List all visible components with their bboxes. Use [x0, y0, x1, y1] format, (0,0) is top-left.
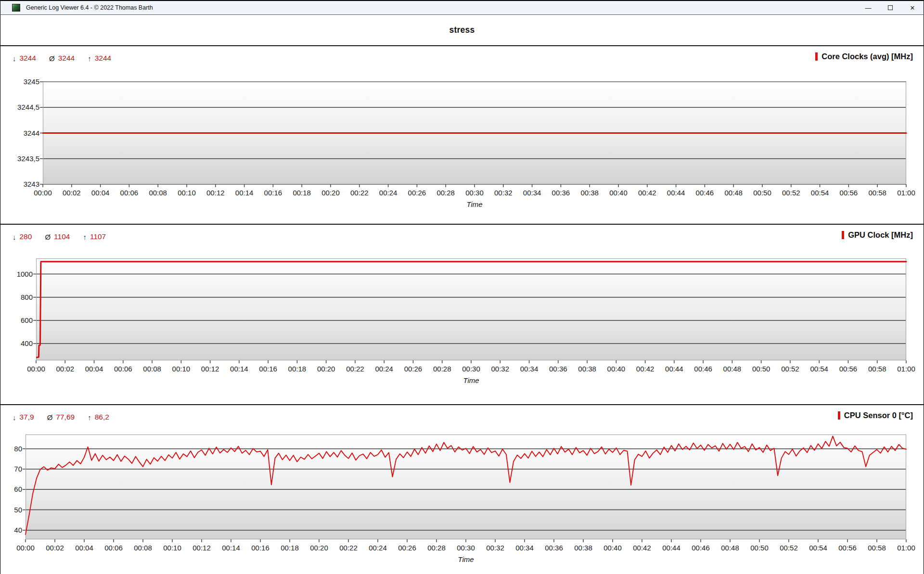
x-tick-label: 00:40 [609, 189, 628, 197]
x-tick-label: 00:54 [809, 544, 827, 552]
x-tick-label: 00:14 [222, 544, 240, 552]
maximize-icon [888, 5, 893, 10]
max-stat: ↑3244 [88, 54, 111, 63]
max-stat: ↑86,2 [88, 413, 109, 421]
x-tick-label: 00:52 [782, 189, 800, 197]
x-tick-label: 01:00 [897, 189, 915, 197]
y-tick-label: 40 [14, 526, 22, 534]
x-tick-label: 00:48 [724, 189, 743, 197]
y-tick-label: 400 [21, 339, 33, 347]
x-tick-label: 00:50 [752, 365, 770, 373]
x-tick-label: 00:24 [375, 365, 393, 373]
series-color-marker [842, 231, 844, 239]
arrow-down-icon: ↓ [13, 54, 16, 63]
y-axis-labels: 8070605040 [0, 434, 26, 539]
page-header: stress [0, 15, 924, 45]
x-tick-label: 00:08 [149, 189, 167, 197]
x-tick-label: 00:08 [143, 365, 161, 373]
x-tick-label: 00:38 [578, 365, 596, 373]
plot-area[interactable] [36, 258, 906, 360]
minimize-button[interactable]: — [857, 1, 879, 14]
x-tick-label: 00:12 [206, 189, 225, 197]
y-tick-label: 600 [21, 316, 33, 324]
avg-stat: Ø1104 [45, 232, 70, 241]
window-controls: — ✕ [857, 1, 924, 14]
x-axis-labels: 00:0000:0200:0400:0600:0800:1000:1200:14… [43, 189, 906, 198]
stats-row: ↓37,9 Ø77,69 ↑86,2 [13, 413, 109, 421]
average-icon: Ø [47, 413, 53, 421]
x-tick-label: 00:40 [603, 544, 622, 552]
stats-row: ↓3244 Ø3244 ↑3244 [13, 54, 111, 63]
series-color-marker [838, 411, 840, 420]
y-tick-label: 800 [21, 293, 33, 301]
x-tick-label: 00:38 [574, 544, 592, 552]
x-tick-label: 00:44 [662, 544, 680, 552]
y-tick-label: 3243 [24, 180, 39, 188]
x-tick-label: 00:56 [840, 189, 858, 197]
stats-row: ↓280 Ø1104 ↑1107 [13, 232, 106, 241]
x-tick-label: 00:48 [721, 544, 739, 552]
arrow-up-icon: ↑ [83, 233, 87, 241]
x-tick-label: 00:14 [230, 365, 248, 373]
x-tick-label: 00:10 [178, 189, 196, 197]
x-tick-label: 00:28 [427, 544, 446, 552]
maximize-button[interactable] [879, 1, 901, 14]
x-tick-label: 00:18 [288, 365, 307, 373]
y-axis-labels: 1000800600400 [0, 258, 36, 360]
x-tick-label: 00:18 [293, 189, 311, 197]
max-value: 1107 [90, 232, 106, 241]
x-tick-label: 00:30 [462, 365, 480, 373]
avg-value: 1104 [54, 232, 70, 241]
x-tick-label: 00:00 [16, 544, 35, 552]
x-tick-label: 00:02 [56, 365, 74, 373]
x-tick-label: 00:50 [750, 544, 769, 552]
arrow-up-icon: ↑ [88, 413, 91, 421]
min-stat: ↓3244 [13, 54, 36, 63]
plot-area[interactable] [43, 82, 906, 184]
x-tick-label: 01:00 [897, 544, 915, 552]
x-tick-label: 00:56 [838, 544, 857, 552]
x-tick-label: 00:48 [723, 365, 742, 373]
x-tick-label: 00:34 [520, 365, 539, 373]
x-tick-label: 00:06 [120, 189, 139, 197]
chart-panel-gpu-clock: ↓280 Ø1104 ↑1107 GPU Clock [MHz] 1000800… [0, 224, 924, 404]
x-tick-label: 00:20 [317, 365, 335, 373]
arrow-up-icon: ↑ [88, 54, 91, 63]
avg-value: 3244 [58, 54, 75, 63]
x-axis-title: Time [26, 555, 906, 563]
y-tick-label: 3243,5 [17, 154, 39, 163]
avg-stat: Ø3244 [49, 54, 75, 63]
x-tick-label: 00:10 [172, 365, 191, 373]
min-value: 3244 [20, 54, 36, 63]
x-tick-label: 00:56 [839, 365, 858, 373]
x-tick-label: 00:30 [457, 544, 475, 552]
x-tick-label: 00:20 [310, 544, 328, 552]
x-tick-label: 00:36 [549, 365, 567, 373]
legend: GPU Clock [MHz] [842, 230, 913, 240]
app-icon [12, 4, 20, 12]
avg-value: 77,69 [56, 413, 75, 421]
x-tick-label: 00:24 [379, 189, 398, 197]
x-tick-label: 00:06 [104, 544, 123, 552]
x-tick-label: 00:12 [192, 544, 211, 552]
x-tick-label: 00:46 [694, 365, 712, 373]
x-tick-label: 00:42 [636, 365, 654, 373]
y-tick-label: 1000 [17, 270, 33, 278]
legend-label: GPU Clock [MHz] [848, 230, 913, 240]
x-tick-label: 00:22 [339, 544, 358, 552]
x-tick-label: 00:00 [34, 189, 52, 197]
y-tick-label: 80 [14, 445, 22, 453]
x-axis-title: Time [36, 376, 906, 384]
x-tick-label: 00:06 [114, 365, 132, 373]
x-tick-label: 00:02 [63, 189, 81, 197]
x-tick-label: 00:50 [753, 189, 771, 197]
title-bar[interactable]: Generic Log Viewer 6.4 - © 2022 Thomas B… [0, 0, 924, 15]
x-tick-label: 00:36 [545, 544, 563, 552]
plot-area[interactable] [26, 434, 906, 539]
x-tick-label: 00:26 [398, 544, 416, 552]
x-tick-label: 01:00 [897, 365, 915, 373]
y-tick-label: 3244,5 [17, 103, 39, 111]
x-tick-label: 00:28 [433, 365, 451, 373]
x-tick-label: 00:10 [163, 544, 181, 552]
close-button[interactable]: ✕ [901, 1, 924, 14]
